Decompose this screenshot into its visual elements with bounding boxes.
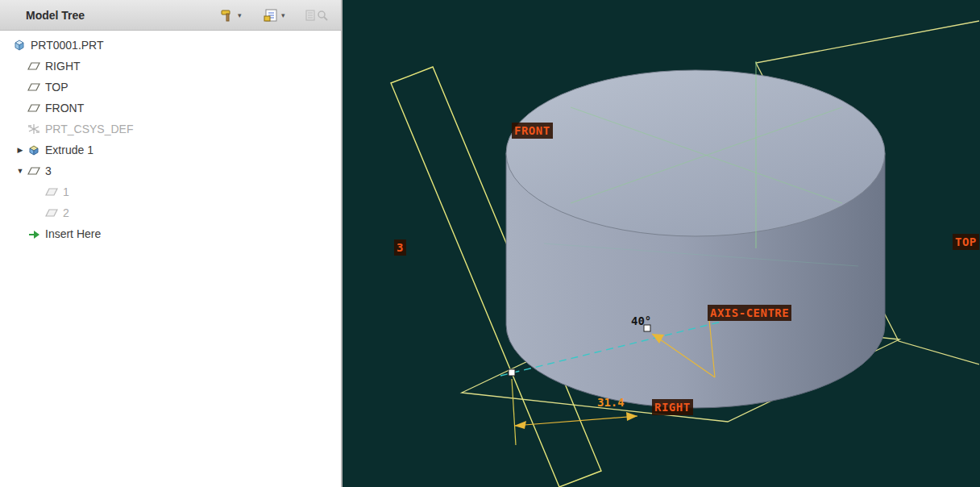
tree-item-prt0001[interactable]: PRT0001.PRT bbox=[0, 35, 341, 56]
tree-item-label: FRONT bbox=[42, 102, 84, 114]
expand-collapsed-icon[interactable]: ▶ bbox=[13, 146, 27, 154]
csys-icon bbox=[27, 123, 42, 135]
tree-find-button[interactable] bbox=[304, 5, 331, 26]
tree-item-label: 1 bbox=[60, 185, 69, 198]
datum-label-top[interactable]: TOP bbox=[953, 234, 979, 250]
tree-display-button[interactable] bbox=[260, 5, 281, 26]
plane-3-tag-label[interactable]: 3 bbox=[394, 239, 406, 256]
datum-plane-icon bbox=[27, 102, 42, 114]
length-dimension-line[interactable] bbox=[514, 416, 637, 426]
datum-plane-icon bbox=[45, 207, 60, 219]
angle-dimension-value[interactable]: 40° bbox=[631, 314, 651, 327]
insert-here-icon bbox=[27, 228, 42, 239]
tree-item-label: TOP bbox=[42, 81, 69, 94]
tree-item-label: PRT0001.PRT bbox=[27, 39, 104, 52]
tree-display-icon bbox=[263, 8, 279, 23]
tree-find-icon bbox=[305, 8, 330, 23]
tree-item-label: PRT_CSYS_DEF bbox=[42, 123, 133, 135]
tree-item-insert-here[interactable]: Insert Here bbox=[0, 223, 341, 244]
part-icon bbox=[13, 40, 27, 51]
datum-plane-icon bbox=[27, 60, 42, 72]
dimension-arrowhead-right bbox=[626, 412, 637, 421]
length-dimension-value[interactable]: 31.4 bbox=[597, 396, 625, 409]
extrude-icon bbox=[27, 144, 42, 156]
tree-item-right-plane[interactable]: RIGHT bbox=[0, 56, 341, 77]
datum-plane-icon bbox=[27, 165, 42, 177]
model-tree: PRT0001.PRT RIGHT TOP bbox=[0, 31, 341, 244]
tree-item-label: 2 bbox=[60, 206, 69, 219]
model-tree-panel: Model Tree ▾ bbox=[0, 0, 343, 487]
drag-handle-length[interactable] bbox=[509, 369, 515, 376]
3d-viewport[interactable]: FRONT TOP RIGHT AXIS-CENTRE 3 40° 31.4 bbox=[343, 0, 980, 487]
tree-item-extrude-1[interactable]: ▶ Extrude 1 bbox=[0, 139, 341, 160]
tree-item-label: RIGHT bbox=[42, 60, 81, 73]
tree-item-top-plane[interactable]: TOP bbox=[0, 77, 341, 98]
tree-item-label: 3 bbox=[42, 164, 52, 177]
tree-item-plane-1[interactable]: 1 bbox=[0, 181, 341, 202]
datum-label-right[interactable]: RIGHT bbox=[652, 399, 693, 415]
panel-title: Model Tree bbox=[26, 9, 85, 22]
datum-label-front[interactable]: FRONT bbox=[512, 123, 553, 139]
tree-item-label: Extrude 1 bbox=[42, 144, 93, 156]
expand-expanded-icon[interactable]: ▼ bbox=[13, 167, 27, 175]
dimension-extension-line bbox=[512, 379, 516, 445]
tree-item-plane-3[interactable]: ▼ 3 bbox=[0, 160, 341, 181]
tree-item-plane-2[interactable]: 2 bbox=[0, 202, 341, 223]
chevron-down-icon[interactable]: ▾ bbox=[238, 11, 249, 19]
tree-settings-button[interactable] bbox=[217, 5, 238, 26]
creo-window: Model Tree ▾ bbox=[0, 0, 980, 487]
dimension-arrowhead-left bbox=[514, 421, 526, 429]
datum-plane-icon bbox=[27, 81, 42, 93]
chevron-down-icon[interactable]: ▾ bbox=[281, 11, 293, 19]
axis-centre-label[interactable]: AXIS-CENTRE bbox=[708, 305, 791, 321]
model-tree-toolbar: ▾ ▾ bbox=[217, 5, 341, 26]
tree-item-prt-csys-def[interactable]: PRT_CSYS_DEF bbox=[0, 119, 341, 139]
cylinder-top-face[interactable] bbox=[506, 70, 885, 236]
tree-item-label: Insert Here bbox=[42, 227, 101, 240]
datum-plane-icon bbox=[45, 186, 60, 198]
tree-settings-icon bbox=[219, 8, 235, 23]
model-tree-header: Model Tree ▾ bbox=[0, 0, 341, 31]
tree-item-front-plane[interactable]: FRONT bbox=[0, 98, 341, 119]
